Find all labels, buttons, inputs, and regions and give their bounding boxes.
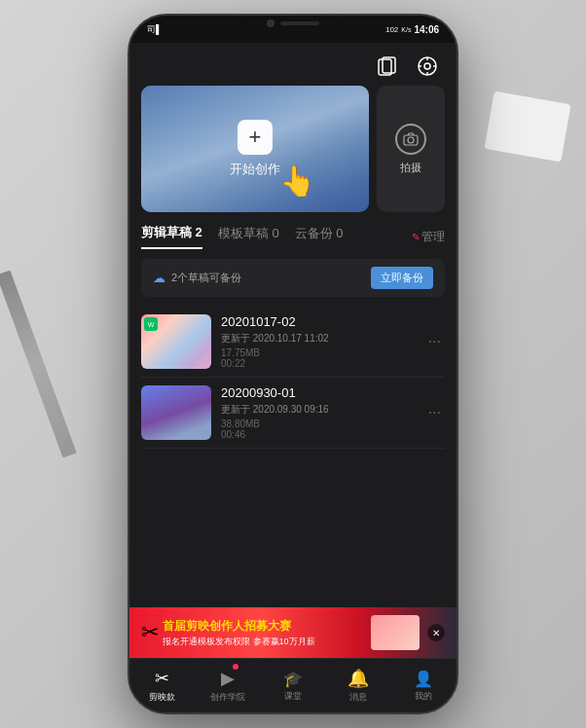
notch-camera	[244, 16, 342, 31]
nav-item-messages[interactable]: 🔔 消息	[326, 668, 391, 704]
video-thumb-2	[141, 385, 211, 440]
pen-decoration	[0, 270, 77, 457]
class-nav-icon: 🎓	[283, 671, 303, 687]
backup-info: ☁ 2个草稿可备份	[153, 271, 241, 285]
video-list: W 20201017-02 更新于 2020.10.17 11:02 17.75…	[129, 307, 457, 449]
settings-icon[interactable]	[414, 53, 441, 80]
manage-button[interactable]: ✎ 管理	[412, 229, 445, 245]
nav-label-academy: 创作学院	[210, 691, 245, 704]
camera-button[interactable]: 拍摄	[377, 86, 445, 212]
scissors-nav-icon: ✂	[155, 669, 169, 688]
nav-dot-academy	[233, 664, 238, 670]
video-thumb-1: W	[141, 314, 211, 369]
tab-cloud[interactable]: 云备份 0	[295, 225, 344, 248]
video-duration-2: 00:46	[221, 429, 415, 440]
status-right: 102 K/s 14:06	[385, 24, 439, 35]
banner-close-button[interactable]: ✕	[427, 624, 445, 641]
video-meta-1: 更新于 2020.10.17 11:02	[221, 332, 415, 346]
banner-ad[interactable]: ✂ 首届剪映创作人招募大赛 报名开通模板发布权限 参赛赢10万月薪 ✕	[129, 607, 457, 658]
status-left: 司▌	[147, 23, 162, 36]
nav-label-class: 课堂	[284, 690, 302, 703]
banner-content: 首届剪映创作人招募大赛 报名开通模板发布权限 参赛赢10万月薪	[163, 618, 363, 648]
wifi-unit: K/s	[401, 26, 411, 33]
status-bar: 司▌ 102 K/s 14:06	[129, 16, 457, 43]
profile-nav-icon: 👤	[414, 671, 433, 687]
video-duration-1: 00:22	[221, 358, 415, 369]
phone-frame: 司▌ 102 K/s 14:06	[128, 14, 458, 714]
signal-text: 司▌	[147, 23, 162, 36]
album-icon[interactable]	[375, 53, 402, 80]
video-info-1: 20201017-02 更新于 2020.10.17 11:02 17.75MB…	[221, 314, 415, 369]
paper-decoration	[484, 91, 570, 163]
bottom-nav: ✂ 剪映款 ▶ 创作学院 🎓 课堂 🔔	[129, 658, 457, 712]
nav-icon-wrapper-messages: 🔔	[348, 668, 369, 689]
video-title-2: 20200930-01	[221, 385, 415, 400]
video-item-1[interactable]: W 20201017-02 更新于 2020.10.17 11:02 17.75…	[141, 307, 445, 378]
notch-speaker	[280, 21, 319, 25]
video-size-1: 17.75MB	[221, 347, 415, 358]
time-display: 14:06	[414, 24, 439, 35]
nav-item-profile[interactable]: 👤 我的	[391, 670, 457, 703]
video-size-2: 38.80MB	[221, 419, 415, 429]
play-nav-icon: ▶	[221, 669, 235, 688]
video-more-2[interactable]: ···	[424, 400, 445, 425]
app-content: + 开始创作 👆 拍摄 剪辑草稿 2 模板草稿 0 云备份 0	[129, 43, 457, 712]
nav-item-editor[interactable]: ✂ 剪映款	[129, 668, 195, 704]
notch-dot	[267, 19, 275, 27]
backup-bar: ☁ 2个草稿可备份 立即备份	[141, 259, 445, 297]
wechat-icon: W	[144, 317, 158, 331]
create-label: 开始创作	[230, 161, 280, 178]
backup-button[interactable]: 立即备份	[371, 267, 433, 289]
nav-item-academy[interactable]: ▶ 创作学院	[195, 668, 260, 704]
create-section: + 开始创作 👆 拍摄	[129, 86, 457, 212]
video-info-2: 20200930-01 更新于 2020.09.30 09:16 38.80MB…	[221, 385, 415, 440]
video-more-1[interactable]: ···	[424, 329, 445, 354]
backup-text: 2个草稿可备份	[171, 271, 241, 285]
edit-icon: ✎	[412, 232, 420, 242]
create-main-button[interactable]: + 开始创作 👆	[141, 86, 369, 212]
video-meta-2: 更新于 2020.09.30 09:16	[221, 403, 415, 417]
bell-nav-icon: 🔔	[348, 669, 369, 688]
tabs-row: 剪辑草稿 2 模板草稿 0 云备份 0 ✎ 管理	[129, 212, 457, 249]
nav-icon-wrapper-class: 🎓	[283, 670, 303, 688]
plus-icon: +	[238, 120, 273, 155]
video-title-1: 20201017-02	[221, 314, 415, 329]
video-item-2[interactable]: 20200930-01 更新于 2020.09.30 09:16 38.80MB…	[141, 378, 445, 449]
nav-icon-wrapper-editor: ✂	[155, 668, 169, 689]
manage-label: 管理	[421, 229, 445, 245]
banner-image	[371, 615, 420, 650]
camera-icon	[395, 124, 426, 155]
banner-title: 首届剪映创作人招募大赛	[163, 618, 363, 635]
app-header	[129, 43, 457, 86]
nav-label-profile: 我的	[415, 690, 432, 703]
tab-templates[interactable]: 模板草稿 0	[218, 225, 279, 248]
nav-label-messages: 消息	[349, 691, 367, 704]
cloud-icon: ☁	[153, 271, 165, 285]
wifi-speed: 102	[385, 25, 398, 34]
tab-drafts[interactable]: 剪辑草稿 2	[141, 224, 202, 249]
shoot-label: 拍摄	[400, 161, 421, 175]
svg-point-3	[424, 63, 430, 69]
nav-icon-wrapper-profile: 👤	[414, 670, 433, 688]
banner-subtitle: 报名开通模板发布权限 参赛赢10万月薪	[163, 636, 363, 648]
nav-item-class[interactable]: 🎓 课堂	[260, 670, 325, 703]
nav-icon-wrapper-academy: ▶	[221, 668, 235, 689]
svg-point-9	[408, 137, 414, 143]
hand-cursor: 👆	[279, 164, 315, 198]
scissors-icon: ✂	[141, 620, 159, 645]
nav-label-editor: 剪映款	[149, 691, 175, 704]
